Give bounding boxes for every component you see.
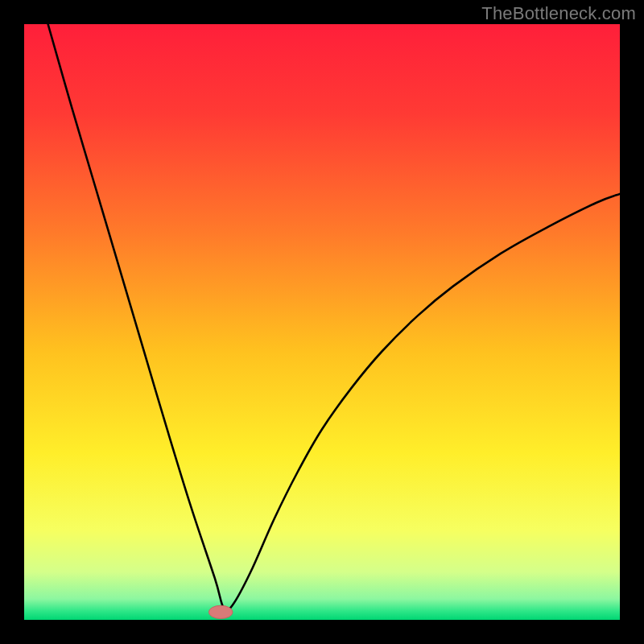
plot-area bbox=[24, 24, 620, 620]
min-marker bbox=[208, 605, 233, 618]
gradient-background bbox=[24, 24, 620, 620]
watermark-text: TheBottleneck.com bbox=[481, 3, 636, 24]
chart-frame: TheBottleneck.com bbox=[0, 0, 644, 644]
chart-svg bbox=[24, 24, 620, 620]
